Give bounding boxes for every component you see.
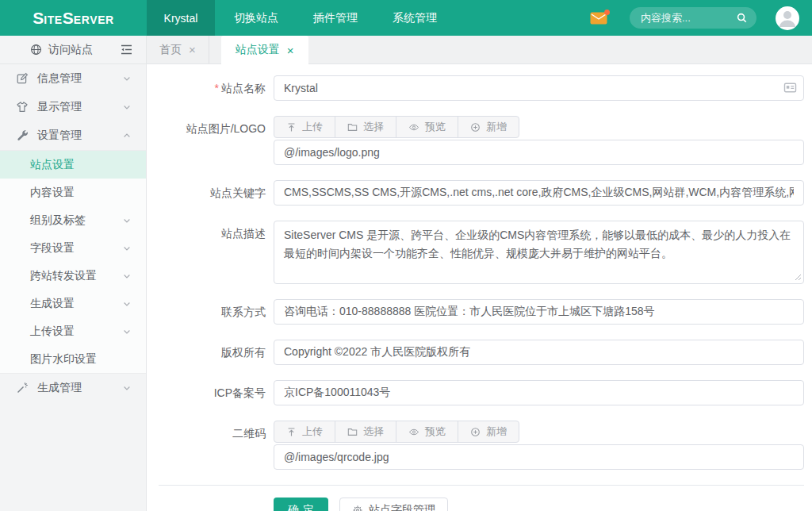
- tshirt-icon: [16, 101, 29, 113]
- form-row-site-name: *站点名称: [170, 75, 804, 101]
- add-button[interactable]: 新增: [458, 117, 519, 137]
- preview-button[interactable]: 预览: [396, 421, 458, 442]
- tab-label: 首页: [159, 43, 182, 57]
- close-icon[interactable]: ×: [189, 44, 196, 56]
- field-label: ICP备案号: [170, 380, 266, 405]
- current-site-tab[interactable]: Krystal: [147, 0, 215, 36]
- sidebar-item-label: 信息管理: [37, 71, 82, 86]
- icp-input[interactable]: [274, 380, 804, 405]
- sidebar-item-label: 组别及标签: [30, 213, 86, 228]
- magic-wand-icon: [16, 382, 29, 394]
- contact-input[interactable]: [274, 299, 804, 325]
- top-header: SITESERVER Krystal 切换站点 插件管理 系统管理: [0, 0, 812, 36]
- sidebar-item-image-watermark-settings[interactable]: 图片水印设置: [0, 345, 146, 373]
- sidebar-item-groups-tags[interactable]: 组别及标签: [0, 206, 146, 234]
- notification-dot: [604, 10, 610, 15]
- field-label: 版权所有: [170, 340, 266, 365]
- field-label: 联系方式: [170, 299, 266, 325]
- logo-path-input[interactable]: [274, 140, 804, 165]
- search-icon[interactable]: [736, 12, 748, 24]
- search-box: [630, 7, 756, 29]
- sidebar-item-info-management[interactable]: 信息管理: [0, 64, 146, 93]
- tab-home[interactable]: 首页 ×: [147, 36, 209, 63]
- person-icon: [776, 6, 799, 30]
- menu-switch-site[interactable]: 切换站点: [218, 0, 294, 36]
- tab-site-settings[interactable]: 站点设置 ×: [221, 36, 308, 64]
- description-textarea[interactable]: SiteServer CMS 是开源、跨平台、企业级的CMS内容管理系统，能够以…: [274, 221, 804, 284]
- add-button[interactable]: 新增: [458, 421, 519, 442]
- edit-icon: [16, 72, 29, 85]
- keywords-input[interactable]: [274, 180, 804, 206]
- sidebar-item-label: 字段设置: [30, 241, 75, 256]
- site-settings-form: *站点名称 站点图片/LOGO 上传 选择: [147, 64, 812, 511]
- close-icon[interactable]: ×: [287, 44, 294, 56]
- select-button[interactable]: 选择: [335, 117, 396, 137]
- gear-icon: [352, 505, 363, 511]
- folder-icon: [347, 427, 358, 437]
- site-fields-manage-button[interactable]: 站点字段管理: [339, 498, 448, 511]
- chevron-down-icon: [122, 299, 132, 309]
- field-label: 二维码: [170, 421, 266, 446]
- sidebar-item-label: 上传设置: [30, 325, 75, 339]
- menu-plugin-management[interactable]: 插件管理: [297, 0, 373, 36]
- form-row-keywords: 站点关键字: [170, 180, 804, 206]
- sidebar-item-label: 显示管理: [37, 100, 82, 114]
- form-row-logo: 站点图片/LOGO 上传 选择 预览 新增: [170, 116, 804, 165]
- wrench-icon: [16, 129, 29, 142]
- chevron-down-icon: [122, 74, 132, 83]
- chevron-down-icon: [122, 383, 132, 393]
- sidebar-item-generate-management[interactable]: 生成管理: [0, 374, 146, 402]
- upload-icon: [286, 122, 297, 133]
- sidebar-item-display-management[interactable]: 显示管理: [0, 93, 146, 121]
- sidebar-item-settings-management[interactable]: 设置管理: [0, 121, 146, 150]
- field-label: *站点名称: [170, 75, 266, 101]
- visit-site-label: 访问站点: [48, 43, 93, 57]
- tab-bar: 首页 × 站点设置 ×: [147, 36, 812, 64]
- form-row-copyright: 版权所有: [170, 340, 804, 365]
- top-menu: 切换站点 插件管理 系统管理: [215, 0, 453, 36]
- qrcode-path-input[interactable]: [274, 444, 804, 470]
- sidebar-item-upload-settings[interactable]: 上传设置: [0, 317, 146, 345]
- upload-button[interactable]: 上传: [274, 117, 335, 137]
- sidebar-item-site-settings[interactable]: 站点设置: [0, 151, 146, 179]
- required-mark: *: [215, 82, 219, 94]
- menu-system-management[interactable]: 系统管理: [377, 0, 453, 36]
- resize-handle-icon[interactable]: [795, 274, 802, 281]
- main-area: 首页 × 站点设置 × *站点名称: [147, 36, 812, 511]
- copyright-input[interactable]: [274, 340, 804, 365]
- sidebar-item-label: 设置管理: [37, 129, 82, 143]
- sidebar-item-generate-settings[interactable]: 生成设置: [0, 290, 146, 317]
- plus-circle-icon: [470, 427, 481, 437]
- app-logo[interactable]: SITESERVER: [0, 0, 147, 36]
- sidebar-item-cross-site-forward[interactable]: 跨站转发设置: [0, 262, 146, 290]
- sidebar-item-content-settings[interactable]: 内容设置: [0, 179, 146, 206]
- chevron-down-icon: [122, 244, 132, 253]
- upload-button[interactable]: 上传: [274, 421, 335, 442]
- chevron-down-icon: [122, 327, 132, 336]
- field-label: 站点关键字: [170, 180, 266, 206]
- site-name-input[interactable]: [274, 75, 804, 101]
- sidebar-item-label: 跨站转发设置: [30, 269, 97, 283]
- select-button[interactable]: 选择: [335, 421, 396, 442]
- preview-button[interactable]: 预览: [396, 117, 458, 137]
- logo-text: S: [33, 10, 44, 26]
- form-footer: 确定 站点字段管理: [170, 498, 804, 511]
- collapse-sidebar-icon[interactable]: [120, 44, 133, 56]
- visit-site-button[interactable]: 访问站点: [0, 36, 146, 64]
- settings-submenu: 站点设置 内容设置 组别及标签 字段设置 跨站转发设置: [0, 150, 146, 374]
- form-row-description: 站点描述 SiteServer CMS 是开源、跨平台、企业级的CMS内容管理系…: [170, 221, 804, 284]
- contact-card-icon[interactable]: [783, 81, 797, 94]
- sidebar-item-field-settings[interactable]: 字段设置: [0, 234, 146, 262]
- chevron-down-icon: [122, 102, 132, 112]
- form-row-qrcode: 二维码 上传 选择 预览 新增: [170, 421, 804, 470]
- sidebar-item-label: 内容设置: [30, 186, 75, 200]
- upload-icon: [286, 427, 297, 437]
- confirm-button[interactable]: 确定: [274, 498, 328, 511]
- messages-button[interactable]: [590, 12, 607, 25]
- user-avatar[interactable]: [776, 6, 799, 30]
- sidebar-item-label: 站点设置: [30, 158, 75, 172]
- chevron-up-icon: [122, 131, 132, 140]
- field-label: 站点图片/LOGO: [170, 116, 266, 141]
- plus-circle-icon: [470, 122, 481, 133]
- form-row-contact: 联系方式: [170, 299, 804, 325]
